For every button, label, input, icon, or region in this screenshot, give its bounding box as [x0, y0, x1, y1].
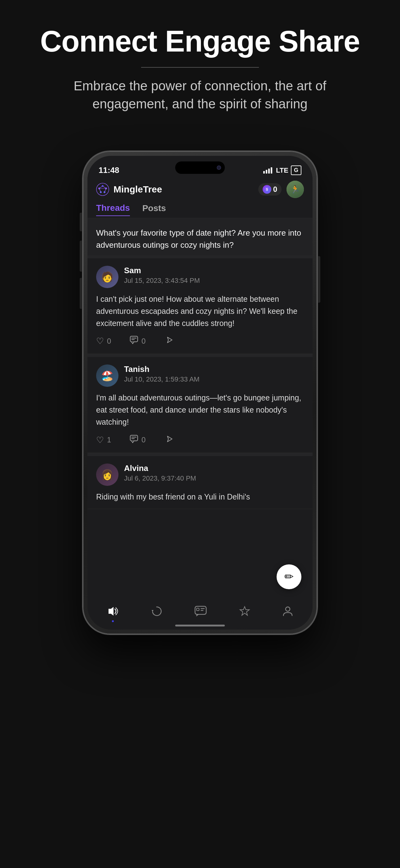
comment-card-tanish: 🏖️ Tanish Jul 10, 2023, 1:59:33 AM I'm a…: [88, 357, 312, 453]
status-time: 11:48: [99, 165, 120, 175]
like-count-sam: 0: [107, 337, 111, 345]
comment-body-alvina: Riding with my best friend on a Yuli in …: [96, 491, 304, 503]
nav-refresh[interactable]: [151, 606, 162, 620]
svg-marker-20: [152, 610, 154, 612]
page-header: Connect Engage Share Embrace the power o…: [40, 0, 360, 113]
nav-profile[interactable]: [282, 606, 293, 620]
fab-button[interactable]: ✏: [276, 564, 301, 589]
status-icons: LTE G: [263, 165, 301, 175]
comment-header-sam: 🧑 Sam Jul 15, 2023, 3:43:54 PM: [96, 266, 304, 288]
phone-container: 11:48 LTE G: [82, 151, 318, 635]
comment-header-tanish: 🏖️ Tanish Jul 10, 2023, 1:59:33 AM: [96, 365, 304, 387]
side-btn-vol-up: [80, 241, 82, 272]
hero-title: Connect Engage Share: [40, 25, 360, 58]
comment-card-sam: 🧑 Sam Jul 15, 2023, 3:43:54 PM I can't p…: [88, 258, 312, 354]
reply-btn-sam[interactable]: 0: [130, 336, 145, 346]
svg-rect-16: [130, 435, 138, 441]
divider: [141, 67, 259, 68]
heart-icon-tanish: ♡: [96, 435, 104, 445]
separator-2: [88, 354, 312, 357]
svg-line-9: [104, 188, 106, 192]
share-icon-sam: [164, 335, 174, 347]
nav-favorites[interactable]: [239, 606, 250, 620]
app-name: MingleTree: [113, 184, 162, 195]
avatar-sam[interactable]: 🧑: [96, 266, 119, 288]
comment-icon-tanish: [130, 435, 138, 445]
svg-line-6: [99, 186, 103, 188]
app-header: MingleTree: [88, 178, 312, 201]
share-btn-tanish[interactable]: [164, 434, 174, 446]
fab-pencil-icon: ✏: [284, 570, 294, 583]
thread-question-text: What's your favorite type of date night?…: [96, 227, 304, 251]
star-icon: [239, 606, 250, 620]
camera-dot: [217, 165, 221, 170]
avatar[interactable]: [287, 181, 304, 198]
dynamic-island: [175, 161, 225, 174]
avatar-img: [287, 181, 304, 198]
svg-rect-13: [130, 336, 138, 342]
svg-line-7: [103, 186, 106, 188]
tab-threads[interactable]: Threads: [96, 203, 130, 216]
tab-posts[interactable]: Posts: [142, 203, 166, 216]
network-type: LTE: [276, 166, 288, 175]
comment-header-alvina: 👩 Alvina Jul 6, 2023, 9:37:40 PM: [96, 464, 304, 486]
avatar-tanish[interactable]: 🏖️: [96, 365, 119, 387]
thread-question-card: What's your favorite type of date night?…: [88, 218, 312, 258]
comment-card-alvina: 👩 Alvina Jul 6, 2023, 9:37:40 PM Riding …: [88, 456, 312, 509]
comment-meta-alvina: Alvina Jul 6, 2023, 9:37:40 PM: [124, 464, 196, 483]
reply-count-tanish: 0: [141, 436, 145, 444]
share-icon-tanish: [164, 434, 174, 446]
commenter-name-tanish: Tanish: [124, 365, 199, 374]
coin-icon: $: [263, 185, 271, 194]
separator-1: [88, 255, 312, 258]
content-area[interactable]: 🧑 Sam Jul 15, 2023, 3:43:54 PM I can't p…: [88, 255, 312, 598]
chat-icon: [194, 606, 207, 620]
phone-screen: 11:48 LTE G: [88, 156, 312, 629]
reply-btn-tanish[interactable]: 0: [130, 435, 145, 445]
like-count-tanish: 1: [107, 436, 111, 444]
coin-badge[interactable]: $ 0: [258, 183, 281, 195]
svg-marker-19: [108, 607, 113, 616]
app-logo-area: MingleTree: [96, 183, 162, 196]
comment-time-alvina: Jul 6, 2023, 9:37:40 PM: [124, 474, 196, 483]
phone-shell: 11:48 LTE G: [82, 151, 318, 635]
comment-icon-sam: [130, 336, 138, 346]
audio-icon: [107, 606, 119, 620]
heart-icon-sam: ♡: [96, 336, 104, 346]
avatar-alvina[interactable]: 👩: [96, 464, 119, 486]
svg-rect-23: [201, 608, 205, 609]
svg-point-26: [286, 607, 290, 611]
nav-active-dot: [112, 620, 114, 622]
nav-chat[interactable]: [194, 606, 207, 620]
tab-bar: Threads Posts: [88, 201, 312, 218]
like-btn-sam[interactable]: ♡ 0: [96, 336, 111, 346]
comment-time-sam: Jul 15, 2023, 3:43:54 PM: [124, 277, 200, 285]
comment-actions-tanish: ♡ 1 0: [96, 434, 304, 453]
svg-line-8: [99, 188, 101, 192]
person-icon: [282, 606, 293, 620]
like-btn-tanish[interactable]: ♡ 1: [96, 435, 111, 445]
separator-3: [88, 453, 312, 456]
comment-meta-sam: Sam Jul 15, 2023, 3:43:54 PM: [124, 266, 200, 285]
signal-icon: [263, 167, 272, 174]
nav-audio[interactable]: [107, 606, 119, 620]
refresh-icon: [151, 606, 162, 620]
comment-actions-sam: ♡ 0 0: [96, 335, 304, 353]
svg-rect-22: [197, 608, 199, 611]
comment-body-sam: I can't pick just one! How about we alte…: [96, 293, 304, 329]
home-indicator: [175, 625, 225, 626]
battery-icon: G: [291, 165, 301, 175]
hero-subtitle: Embrace the power of connection, the art…: [67, 77, 333, 114]
header-right: $ 0: [258, 181, 304, 198]
side-btn-vol-down: [80, 278, 82, 309]
coin-count: 0: [273, 185, 277, 194]
svg-marker-25: [240, 607, 249, 615]
comment-body-tanish: I'm all about adventurous outings—let's …: [96, 392, 304, 428]
comment-meta-tanish: Tanish Jul 10, 2023, 1:59:33 AM: [124, 365, 199, 383]
share-btn-sam[interactable]: [164, 335, 174, 347]
side-btn-power: [318, 256, 320, 303]
svg-text:$: $: [266, 188, 268, 191]
commenter-name-sam: Sam: [124, 266, 200, 275]
app-logo-icon: [96, 183, 109, 196]
side-btn-mute: [80, 213, 82, 231]
